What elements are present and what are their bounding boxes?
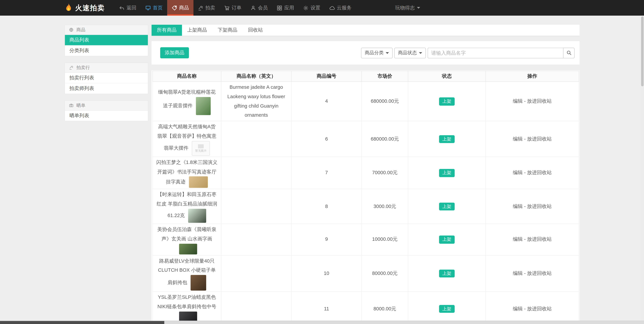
search-icon <box>566 50 572 56</box>
add-product-button[interactable]: 添加商品 <box>160 47 189 58</box>
nav-item-goods[interactable]: 商品 <box>167 0 194 16</box>
product-name-en-cell <box>221 189 291 224</box>
search-button[interactable] <box>563 48 574 58</box>
nav-item-cloud-services[interactable]: 云服务 <box>325 0 356 16</box>
status-badge: 上架 <box>439 135 455 143</box>
nav-item-label: 设置 <box>310 4 320 12</box>
recycle-link[interactable]: 放进回收站 <box>527 270 552 276</box>
nav-item-orders[interactable]: 订单 <box>220 0 246 16</box>
product-thumbnail[interactable] <box>189 177 208 188</box>
nav-item-settings[interactable]: 设置 <box>298 0 325 16</box>
sidebar-item-auctioneer-list[interactable]: 拍卖师列表 <box>65 83 148 94</box>
product-id-cell: 7 <box>291 157 362 189</box>
sidebar-item-category-list[interactable]: 分类列表 <box>65 46 148 56</box>
edit-link[interactable]: 编辑 <box>513 98 523 104</box>
product-id-cell: 9 <box>291 224 362 255</box>
sidebar-section-goods-header: 商品 <box>65 25 148 35</box>
tab-recycle-bin[interactable]: 回收站 <box>243 25 268 36</box>
nav-item-apps[interactable]: 应用 <box>272 0 298 16</box>
edit-link[interactable]: 编辑 <box>513 136 523 142</box>
horizontal-scrollbar-thumb[interactable] <box>0 321 164 324</box>
recycle-link[interactable]: 放进回收站 <box>527 203 552 209</box>
nav-item-auction[interactable]: 拍卖 <box>194 0 220 16</box>
product-actions-cell: 编辑 - 放进回收站 <box>486 82 579 121</box>
product-thumbnail[interactable]: 暂无图片 <box>192 141 210 156</box>
nav-item-label: 首页 <box>153 4 163 12</box>
product-name: 闪拍王梦之《1.8米三国演义开篇词》书法手写真迹客厅挂字真迹 <box>156 159 218 185</box>
tab-on-shelf-products[interactable]: 上架商品 <box>182 25 212 36</box>
sidebar-section-title: 拍卖行 <box>76 65 90 71</box>
product-name: YSL圣罗兰SLP油蜡皮黑色NIKI链条包单肩斜挎包中号 <box>158 294 216 309</box>
nav-item-label: 订单 <box>232 4 242 12</box>
apps-icon <box>277 5 282 11</box>
sidebar-item-auction-house-list[interactable]: 拍卖行列表 <box>65 73 148 84</box>
product-name-cell: YSL圣罗兰SLP油蜡皮黑色NIKI链条包单肩斜挎包中号 <box>152 292 221 324</box>
product-name-en-cell <box>221 292 291 324</box>
toolbar: 添加商品 商品分类 商品状态 <box>152 41 580 64</box>
recycle-link[interactable]: 放进回收站 <box>527 98 552 104</box>
product-thumbnail[interactable] <box>188 209 206 223</box>
action-separator: - <box>523 170 527 176</box>
page: 火速拍卖 返回 首页 商品 <box>0 0 644 324</box>
product-status-cell: 上架 <box>408 224 486 255</box>
status-badge: 上架 <box>439 236 455 244</box>
horizontal-scrollbar[interactable] <box>0 321 644 324</box>
tab-all-products[interactable]: 所有商品 <box>152 25 182 36</box>
status-badge: 上架 <box>439 169 455 177</box>
tab-off-shelf-products[interactable]: 下架商品 <box>212 25 243 36</box>
sidebar-item-order-show-list[interactable]: 晒单列表 <box>65 111 148 121</box>
vertical-scrollbar[interactable] <box>641 16 644 321</box>
status-filter-dropdown[interactable]: 商品状态 <box>394 48 426 58</box>
product-status-cell: 上架 <box>408 292 486 324</box>
col-header-actions: 操作 <box>486 71 579 82</box>
recycle-link[interactable]: 放进回收站 <box>527 136 552 142</box>
edit-link[interactable]: 编辑 <box>513 236 523 242</box>
product-thumbnail[interactable] <box>196 97 211 115</box>
status-badge: 上架 <box>439 269 455 277</box>
caret-down-icon <box>417 7 420 9</box>
nav-item-back[interactable]: 返回 <box>114 0 141 16</box>
recycle-link[interactable]: 放进回收站 <box>527 170 552 176</box>
sidebar-item-product-list[interactable]: 商品列表 <box>65 35 148 46</box>
table-row: 【时来运转】和田玉原石枣红皮 羊脂白玉精品油腻细润 61.22克 8 3000.… <box>152 189 579 224</box>
table-row: 缅甸翡翠A货老坑糯种莲花送子观音摆件 Burmese jadeite A car… <box>152 82 579 121</box>
product-name: 路易威登LV全球限量40只CLUTCH BOX 小硬箱子单肩斜挎包 <box>158 258 216 285</box>
recycle-link[interactable]: 放进回收站 <box>527 306 552 311</box>
recycle-link[interactable]: 放进回收站 <box>527 236 552 242</box>
product-thumbnail[interactable] <box>191 275 206 291</box>
gavel-icon <box>69 65 74 70</box>
edit-link[interactable]: 编辑 <box>513 270 523 276</box>
product-price-cell: 10000.00元 <box>362 224 408 255</box>
sidebar-section-auction-house-header: 拍卖行 <box>65 63 148 73</box>
product-name-cell: 【时来运转】和田玉原石枣红皮 羊脂白玉精品油腻细润 61.22克 <box>152 189 221 224</box>
edit-link[interactable]: 编辑 <box>513 203 523 209</box>
action-separator: - <box>523 306 527 311</box>
product-name-cell: 缅甸翡翠A货老坑糯种莲花送子观音摆件 <box>152 82 221 121</box>
col-header-status: 状态 <box>408 71 486 82</box>
product-thumbnail[interactable] <box>179 244 197 254</box>
user-menu[interactable]: 玩物得志 <box>395 0 420 16</box>
table-row: 美协会员伍泊森《晨曦听泉声》玄关画 山水画字画 9 10000.00元 上架 编… <box>152 224 579 255</box>
vertical-scrollbar-thumb[interactable] <box>641 17 644 86</box>
search-input[interactable] <box>428 48 563 58</box>
nav-item-members[interactable]: 会员 <box>246 0 272 16</box>
image-placeholder-icon <box>198 144 204 148</box>
sidebar-section-order-show: 晒单 晒单列表 <box>64 100 148 121</box>
edit-link[interactable]: 编辑 <box>513 170 523 176</box>
status-filter-label: 商品状态 <box>398 50 417 56</box>
action-separator: - <box>523 236 527 242</box>
products-table-card: 商品名称 商品名称（英文） 商品编号 市场价 状态 操作 缅甸翡翠A货老坑糯种莲… <box>152 70 580 324</box>
product-id-cell: 4 <box>291 82 362 121</box>
sidebar-section-title: 商品 <box>76 27 86 33</box>
user-icon <box>250 5 256 11</box>
edit-link[interactable]: 编辑 <box>513 306 523 311</box>
brand-name: 火速拍卖 <box>75 3 105 13</box>
product-id-cell: 6 <box>291 121 362 157</box>
category-filter-dropdown[interactable]: 商品分类 <box>361 48 393 58</box>
table-row: 闪拍王梦之《1.8米三国演义开篇词》书法手写真迹客厅挂字真迹 7 70000.0… <box>152 157 579 189</box>
product-actions-cell: 编辑 - 放进回收站 <box>486 292 579 324</box>
product-price-cell: 3000.00元 <box>362 189 408 224</box>
product-actions-cell: 编辑 - 放进回收站 <box>486 224 579 255</box>
nav-item-home[interactable]: 首页 <box>141 0 167 16</box>
brand-logo[interactable]: 火速拍卖 <box>64 0 105 16</box>
